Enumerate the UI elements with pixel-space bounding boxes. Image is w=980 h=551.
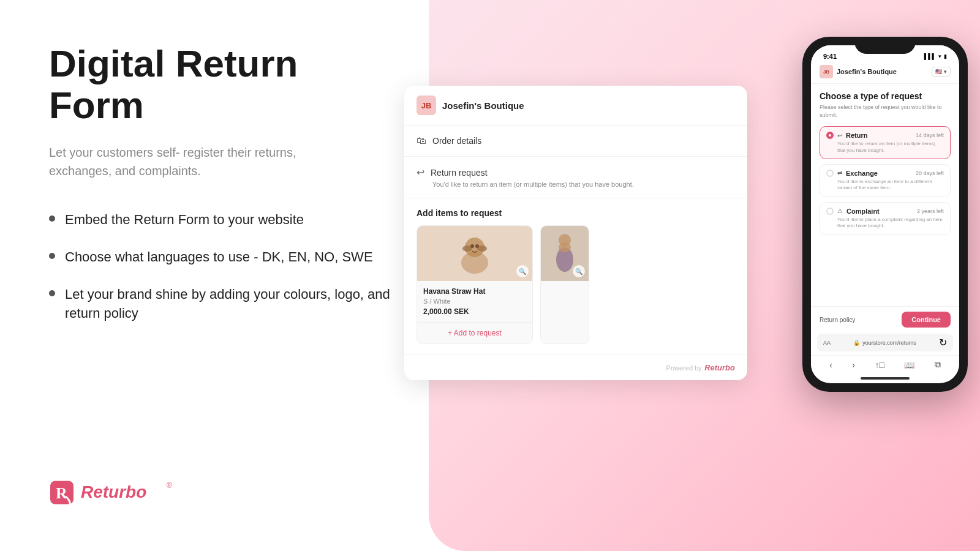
bullet-dot [49, 290, 55, 296]
bullet-dot [49, 253, 55, 259]
complaint-type-desc: You'd like to place a complaint regardin… [826, 217, 944, 230]
left-panel: Digital Return Form Let your customers s… [0, 0, 441, 551]
request-type-left: ↩ Return [826, 132, 867, 139]
complaint-type-name: Complaint [846, 208, 880, 215]
status-icons: ▌▌▌ ▾ ▮ [924, 53, 947, 59]
url-display: 🔒 yourstore.com/returns [853, 340, 916, 346]
svg-text:®: ® [167, 481, 172, 490]
item-card-2: 🔍 [540, 225, 589, 344]
list-item: Embed the Return Form to your website [49, 211, 392, 230]
phone-flag[interactable]: 🇺🇸 ▾ [932, 67, 951, 77]
radio-complaint [826, 208, 834, 215]
bullet-text: Embed the Return Form to your website [65, 211, 304, 230]
radio-inner [829, 134, 831, 137]
add-to-request-button[interactable]: + Add to request [417, 322, 532, 343]
desktop-mockup: JB Josefin's Boutique 🛍 Order details ↩ … [404, 86, 747, 380]
radio-exchange [826, 170, 834, 177]
share-icon[interactable]: ↑□ [875, 360, 884, 370]
svg-point-12 [559, 242, 571, 252]
phone-footer: Return policy Continue [811, 306, 959, 334]
complaint-icon: ⚠ [837, 208, 843, 214]
choose-title: Choose a type of request [820, 91, 951, 101]
section-row: 🛍 Order details [417, 135, 735, 146]
svg-text:Returbo: Returbo [81, 482, 146, 501]
svg-point-9 [475, 244, 479, 248]
svg-text:R: R [56, 484, 67, 502]
item-variant: S / White [423, 298, 526, 305]
page-content: Digital Return Form Let your customers s… [0, 0, 980, 551]
add-items-section: Add items to request [404, 198, 747, 354]
bookmarks-icon[interactable]: 📖 [904, 360, 914, 370]
aa-text: AA [823, 340, 831, 346]
signal-icon: ▌▌▌ [924, 53, 936, 59]
zoom-icon[interactable]: 🔍 [516, 265, 529, 277]
request-type-complaint[interactable]: ⚠ Complaint 2 years left You'd like to p… [820, 202, 951, 235]
logo-area: R Returbo ® [49, 475, 392, 514]
phone-url-bar[interactable]: AA 🔒 yourstore.com/returns ↻ [817, 334, 953, 351]
choose-subtitle: Please select the type of request you wo… [820, 103, 951, 119]
return-policy-link[interactable]: Return policy [820, 317, 855, 323]
complaint-header: ⚠ Complaint 2 years left [826, 208, 944, 215]
phone-notch [854, 37, 916, 54]
bag-icon: 🛍 [417, 135, 426, 146]
bullet-text: Choose what languages to use - DK, EN, N… [65, 248, 373, 267]
return-request-desc: You'd like to return an item (or multipl… [417, 181, 735, 188]
chevron-down-icon: ▾ [944, 69, 947, 75]
exchange-type-desc: You'd like to exchange an item to a diff… [826, 179, 944, 192]
url-text: yourstore.com/returns [862, 340, 916, 346]
return-icon: ↩ [417, 167, 424, 178]
continue-button[interactable]: Continue [902, 312, 951, 328]
item-image-2: 🔍 [541, 226, 589, 281]
request-type-return[interactable]: ↩ Return 14 days left You'd like to retu… [820, 126, 951, 159]
exchange-type-name: Exchange [846, 170, 878, 177]
flag-emoji: 🇺🇸 [935, 69, 942, 75]
return-row: ↩ Return request [417, 167, 735, 178]
exchange-left: ⇄ Exchange [826, 170, 878, 177]
refresh-icon[interactable]: ↻ [939, 337, 947, 348]
return-type-icon: ↩ [837, 132, 842, 139]
item-price: 2,000.00 SEK [423, 307, 526, 316]
phone-brand: JB Josefin's Boutique [820, 65, 897, 78]
order-details-section: 🛍 Order details [404, 126, 747, 157]
bullet-dot [49, 216, 55, 222]
return-request-label: Return request [431, 168, 488, 178]
desktop-header: JB Josefin's Boutique [404, 86, 747, 126]
return-days-left: 14 days left [916, 132, 944, 138]
item-card-1: 🔍 Havana Straw Hat S / White 2,000.00 SE… [417, 225, 533, 344]
page-subtitle: Let your customers self- register their … [49, 143, 343, 180]
list-item: Let your brand shine by adding your colo… [49, 285, 392, 323]
powered-brand: Returbo [704, 363, 735, 372]
items-grid: 🔍 Havana Straw Hat S / White 2,000.00 SE… [417, 225, 735, 344]
return-type-name: Return [846, 132, 867, 139]
request-type-header: ↩ Return 14 days left [826, 132, 944, 139]
lock-icon: 🔒 [853, 340, 860, 346]
brand-name: Josefin's Boutique [442, 100, 524, 111]
phone-mockup: 9:41 ▌▌▌ ▾ ▮ JB Josefin's Boutique 🇺🇸 [802, 37, 968, 392]
zoom-icon-2[interactable]: 🔍 [573, 265, 585, 277]
back-icon[interactable]: ‹ [829, 360, 832, 370]
left-content: Digital Return Form Let your customers s… [49, 43, 392, 323]
return-type-desc: You'd like to return an item (or multipl… [826, 141, 944, 154]
exchange-days-left: 20 days left [916, 170, 944, 176]
bullet-text: Let your brand shine by adding your colo… [65, 285, 392, 323]
order-details-label: Order details [432, 136, 481, 146]
svg-point-8 [470, 244, 474, 248]
feature-list: Embed the Return Form to your website Ch… [49, 211, 392, 323]
phone-nav-bar: ‹ › ↑□ 📖 ⧉ [811, 355, 959, 375]
right-panel: JB Josefin's Boutique 🛍 Order details ↩ … [441, 0, 980, 551]
phone-brand-name: Josefin's Boutique [837, 68, 897, 75]
item-image-1: 🔍 [417, 226, 532, 281]
forward-icon[interactable]: › [852, 360, 855, 370]
add-items-title: Add items to request [417, 208, 735, 218]
radio-return [826, 132, 834, 139]
complaint-left: ⚠ Complaint [826, 208, 880, 215]
status-time: 9:41 [823, 53, 837, 60]
phone-screen: 9:41 ▌▌▌ ▾ ▮ JB Josefin's Boutique 🇺🇸 [811, 45, 959, 383]
wifi-icon: ▾ [938, 53, 941, 59]
request-type-exchange[interactable]: ⇄ Exchange 20 days left You'd like to ex… [820, 164, 951, 197]
exchange-header: ⇄ Exchange 20 days left [826, 170, 944, 177]
tabs-icon[interactable]: ⧉ [935, 359, 941, 370]
item-info-1: Havana Straw Hat S / White 2,000.00 SEK [417, 281, 532, 322]
phone-header-bar: JB Josefin's Boutique 🇺🇸 ▾ [811, 62, 959, 84]
brand-logo: JB [417, 96, 436, 115]
